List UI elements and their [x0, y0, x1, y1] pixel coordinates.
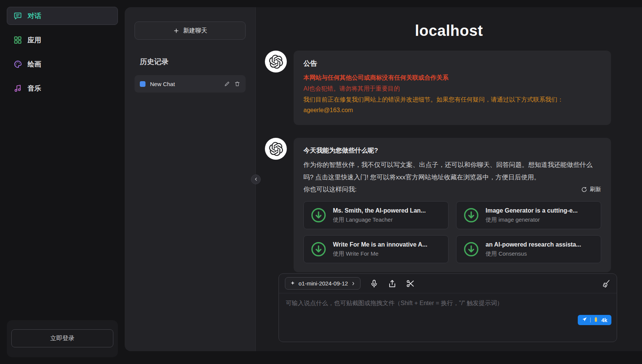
sidebar-item-paint[interactable]: 绘画	[7, 55, 118, 73]
assistant-avatar	[265, 138, 287, 160]
history-title: 历史记录	[140, 57, 246, 67]
microphone-icon	[370, 279, 379, 288]
suggestion-card[interactable]: Write For Me is an innovative A... 使用 Wr…	[303, 235, 449, 263]
refresh-label: 刷新	[590, 186, 601, 193]
login-box: 立即登录	[7, 320, 118, 357]
clip-screenshot-button[interactable]	[406, 279, 415, 288]
openai-logo-icon	[269, 55, 283, 69]
sidebar: 对话 应用 绘画 音乐 立即登录	[0, 0, 125, 364]
circle-down-arrow-icon	[463, 241, 480, 258]
ask-label: 你也可以这样问我:	[303, 185, 357, 194]
music-icon	[13, 84, 22, 93]
suggestion-subtitle: 使用 Write For Me	[333, 250, 427, 258]
send-button[interactable]: 4k	[578, 315, 611, 325]
chat-area: localhost 公告 本网站与任何其他公司或商标没有任何关联或合作关系 AI…	[256, 7, 642, 351]
suggestion-text: Write For Me is an innovative A... 使用 Wr…	[333, 241, 427, 258]
suggestion-title: Image Generator is a cutting-e...	[486, 207, 578, 214]
announcement-line: 我们目前正在修复我们网站上的错误并改进细节。如果您有任何疑问，请通过以下方式联系…	[303, 94, 601, 105]
composer-footer: 4k	[578, 315, 611, 325]
announcement-line: AI也会犯错。请勿将其用于重要目的	[303, 83, 601, 94]
chevron-left-icon	[254, 177, 258, 182]
chat-input[interactable]	[279, 293, 617, 342]
refresh-icon	[581, 187, 587, 193]
circle-down-arrow-icon	[463, 207, 480, 224]
sidebar-item-label: 应用	[28, 35, 41, 45]
main-panel: 新建聊天 历史记录 New Chat localhost	[125, 7, 642, 351]
composer-toolbar: o1-mini-2024-09-12	[279, 274, 617, 293]
suggestion-text: Ms. Smith, the AI-powered Lan... 使用 Lang…	[333, 207, 426, 224]
composer: o1-mini-2024-09-12	[278, 273, 617, 342]
scissors-icon	[406, 279, 415, 288]
message-list: 公告 本网站与任何其他公司或商标没有任何关联或合作关系 AI也会犯错。请勿将其用…	[256, 39, 642, 273]
apps-icon	[13, 35, 22, 45]
suggestion-card[interactable]: Ms. Smith, the AI-powered Lan... 使用 Lang…	[303, 201, 449, 229]
suggestion-title: Ms. Smith, the AI-powered Lan...	[333, 207, 426, 214]
chat-color-chip	[140, 81, 145, 87]
history-item[interactable]: New Chat	[135, 75, 246, 93]
suggestion-text: Image Generator is a cutting-e... 使用 ima…	[486, 207, 578, 224]
delete-icon[interactable]	[234, 81, 240, 87]
palette-icon	[13, 60, 22, 69]
assistant-avatar	[265, 51, 287, 72]
model-name: o1-mini-2024-09-12	[299, 280, 348, 287]
divider	[590, 318, 591, 322]
chevron-right-icon	[351, 281, 356, 286]
plus-icon	[173, 28, 179, 34]
token-count: 4k	[601, 317, 607, 323]
history-panel: 新建聊天 历史记录 New Chat	[125, 7, 256, 351]
upload-file-button[interactable]	[388, 279, 397, 288]
history-item-actions	[224, 81, 240, 87]
sidebar-item-label: 绘画	[28, 60, 41, 69]
announcement-bubble: 公告 本网站与任何其他公司或商标没有任何关联或合作关系 AI也会犯错。请勿将其用…	[294, 51, 611, 125]
circle-down-arrow-icon	[310, 207, 327, 224]
model-selector[interactable]: o1-mini-2024-09-12	[285, 277, 360, 290]
contact-email-link[interactable]: ageerle@163.com	[303, 105, 353, 116]
refresh-button[interactable]: 刷新	[581, 186, 601, 193]
sidebar-item-music[interactable]: 音乐	[7, 79, 118, 97]
sidebar-item-label: 对话	[28, 11, 41, 20]
suggestion-text: an AI-powered research assista... 使用 Con…	[486, 241, 581, 258]
voice-input-button[interactable]	[370, 279, 379, 288]
welcome-title: 今天我能为您做些什么呢?	[303, 146, 601, 155]
paper-plane-icon	[582, 317, 587, 323]
suggestion-grid: Ms. Smith, the AI-powered Lan... 使用 Lang…	[303, 201, 601, 263]
edit-icon[interactable]	[224, 81, 230, 87]
suggestion-subtitle: 使用 image generator	[486, 216, 578, 224]
suggestion-card[interactable]: an AI-powered research assista... 使用 Con…	[456, 235, 601, 263]
upload-icon	[388, 279, 397, 288]
clear-context-button[interactable]	[602, 279, 611, 288]
suggestion-card[interactable]: Image Generator is a cutting-e... 使用 ima…	[456, 201, 601, 229]
history-item-label: New Chat	[150, 81, 220, 87]
assistant-message: 今天我能为您做些什么呢? 作为你的智慧伙伴，我不仅可以写文案、出点子，还可以和你…	[265, 138, 642, 272]
welcome-body: 作为你的智慧伙伴，我不仅可以写文案、出点子，还可以和你聊天、回答问题。想知道我还…	[303, 159, 601, 184]
suggestion-subtitle: 使用 Consensus	[486, 250, 581, 258]
sparkle-icon	[290, 281, 295, 286]
collapse-sidebar-button[interactable]	[251, 174, 261, 184]
login-button[interactable]: 立即登录	[11, 329, 113, 347]
battery-icon	[594, 317, 598, 323]
circle-down-arrow-icon	[310, 241, 327, 258]
openai-logo-icon	[269, 142, 283, 156]
sidebar-item-label: 音乐	[28, 84, 41, 93]
announcement-line: 本网站与任何其他公司或商标没有任何关联或合作关系	[303, 72, 601, 83]
welcome-bubble: 今天我能为您做些什么呢? 作为你的智慧伙伴，我不仅可以写文案、出点子，还可以和你…	[294, 138, 611, 272]
ask-row: 你也可以这样问我: 刷新	[303, 185, 601, 194]
suggestion-subtitle: 使用 Language Teacher	[333, 216, 426, 224]
suggestion-title: Write For Me is an innovative A...	[333, 241, 427, 248]
page-title: localhost	[256, 22, 642, 39]
announcement-title: 公告	[303, 59, 601, 68]
new-chat-label: 新建聊天	[183, 27, 207, 35]
sidebar-item-chat[interactable]: 对话	[7, 7, 118, 25]
sidebar-item-apps[interactable]: 应用	[7, 31, 118, 49]
new-chat-button[interactable]: 新建聊天	[135, 22, 246, 40]
suggestion-title: an AI-powered research assista...	[486, 241, 581, 248]
chat-icon	[13, 11, 22, 20]
broom-icon	[602, 279, 611, 288]
assistant-message: 公告 本网站与任何其他公司或商标没有任何关联或合作关系 AI也会犯错。请勿将其用…	[265, 51, 642, 125]
